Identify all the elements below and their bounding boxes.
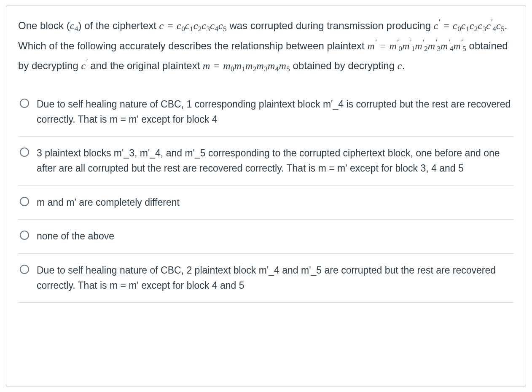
q-text-7: obtained by decrypting bbox=[290, 60, 398, 71]
q-text-2: ) of the ciphertext bbox=[78, 20, 159, 31]
answer-list: Due to self healing nature of CBC, 1 cor… bbox=[18, 88, 514, 303]
q-text-3: was corrupted during transmission produc… bbox=[227, 20, 434, 31]
math-cprime-eq-blocks: c′=c0c1c2c3c′4c5 bbox=[434, 20, 505, 31]
math-c-eq-blocks: c=c0c1c2c3c4c5 bbox=[159, 20, 227, 31]
answer-option-2[interactable]: 3 plaintext blocks m'_3, m'_4, and m'_5 … bbox=[18, 136, 514, 185]
math-c4: c4 bbox=[70, 20, 78, 31]
answer-option-3[interactable]: m and m' are completely different bbox=[18, 185, 514, 220]
answer-text: m and m' are completely different bbox=[37, 195, 180, 210]
q-text-1: One block ( bbox=[18, 20, 70, 31]
answer-option-1[interactable]: Due to self healing nature of CBC, 1 cor… bbox=[18, 88, 514, 136]
radio-icon[interactable] bbox=[20, 265, 29, 274]
question-stem: One block (c4) of the ciphertext c=c0c1c… bbox=[18, 16, 514, 76]
question-card: One block (c4) of the ciphertext c=c0c1c… bbox=[6, 5, 526, 387]
answer-option-4[interactable]: none of the above bbox=[18, 219, 514, 253]
answer-text: 3 plaintext blocks m'_3, m'_4, and m'_5 … bbox=[37, 146, 512, 176]
answer-option-5[interactable]: Due to self healing nature of CBC, 2 pla… bbox=[18, 253, 514, 302]
radio-icon[interactable] bbox=[20, 197, 29, 206]
answer-text: none of the above bbox=[37, 229, 114, 244]
math-cprime: c′ bbox=[81, 60, 87, 71]
radio-icon[interactable] bbox=[20, 148, 29, 157]
answer-text: Due to self healing nature of CBC, 2 pla… bbox=[37, 263, 512, 293]
radio-icon[interactable] bbox=[20, 99, 29, 108]
q-text-6: and the original plaintext bbox=[88, 60, 203, 71]
radio-icon[interactable] bbox=[20, 231, 29, 240]
math-m-eq-blocks: m=m0m1m2m3m4m5 bbox=[203, 60, 290, 71]
math-mprime-eq-blocks: m′=m′0m′1m′2m′3m′4m′5 bbox=[367, 40, 466, 51]
answer-text: Due to self healing nature of CBC, 1 cor… bbox=[37, 97, 512, 127]
q-text-8: . bbox=[402, 60, 405, 71]
math-c-final: c bbox=[398, 60, 402, 71]
